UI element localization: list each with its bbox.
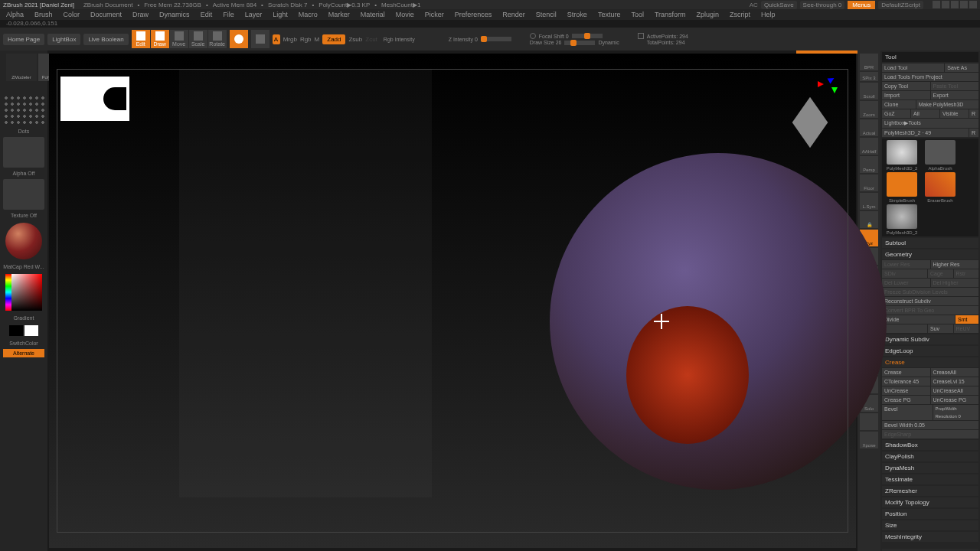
menu-alpha[interactable]: Alpha <box>6 11 24 18</box>
bevel-button[interactable]: Bevel <box>882 405 933 420</box>
menu-picker[interactable]: Picker <box>425 11 444 18</box>
export-button[interactable]: Export <box>931 91 979 99</box>
uncrease-button[interactable]: UnCrease <box>882 386 930 395</box>
dynamesh-section[interactable]: DynaMesh <box>882 463 978 473</box>
dynsubdiv-section[interactable]: Dynamic Subdiv <box>882 334 978 344</box>
menu-file[interactable]: File <box>223 11 234 18</box>
menu-light[interactable]: Light <box>273 11 288 18</box>
menu-brush[interactable]: Brush <box>34 11 53 18</box>
tessimate-section[interactable]: Tessimate <box>882 474 978 484</box>
edit-mode-button[interactable]: Edit <box>132 30 150 48</box>
menu-zplugin[interactable]: Zplugin <box>697 11 720 18</box>
quicksave-button[interactable]: QuickSave <box>761 1 797 9</box>
gizmo-button[interactable] <box>230 30 248 48</box>
menu-preferences[interactable]: Preferences <box>455 11 492 18</box>
crease-section[interactable]: Crease <box>882 357 978 367</box>
zadd-button[interactable]: Zadd <box>322 34 345 44</box>
menu-help[interactable]: Help <box>761 11 776 18</box>
convert-bpr-button[interactable]: Convert BPR To Geo <box>882 306 978 315</box>
reconstruct-button[interactable]: Reconstruct Subdiv <box>882 297 978 305</box>
spotlight-thumb[interactable] <box>60 77 129 121</box>
m-button[interactable]: M <box>315 36 320 43</box>
window-controls[interactable] <box>933 1 977 8</box>
ctolerance-slider[interactable]: CTolerance 45 <box>882 377 930 386</box>
goz-button[interactable]: GoZ <box>882 109 910 118</box>
current-tool[interactable]: PolyMesh3D_2 · 49 <box>882 129 969 137</box>
lightbox-tools-button[interactable]: Lightbox▶Tools <box>882 119 978 128</box>
menu-stroke[interactable]: Stroke <box>567 11 587 18</box>
paste-tool-button[interactable]: Paste Tool <box>931 82 979 90</box>
aahalf-button[interactable]: AAHalf <box>860 138 878 155</box>
menu-material[interactable]: Material <box>361 11 385 18</box>
focal-shift-slider[interactable]: Focal Shift 0 <box>539 34 569 39</box>
load-tool-button[interactable]: Load Tool <box>882 64 944 72</box>
bpr-button[interactable]: BPR <box>860 54 878 70</box>
sculptris-button[interactable] <box>251 30 270 48</box>
blank-button[interactable] <box>860 413 878 430</box>
menu-marker[interactable]: Marker <box>328 11 350 18</box>
crease-all-button[interactable]: CreaseAll <box>931 368 979 377</box>
spix-button[interactable]: SPix 3 <box>860 72 878 81</box>
color-swatch-white[interactable] <box>24 325 38 336</box>
menu-macro[interactable]: Macro <box>299 11 318 18</box>
liveboolean-button[interactable]: Live Boolean <box>83 34 128 45</box>
floor-button[interactable]: Floor <box>860 174 878 191</box>
menu-document[interactable]: Document <box>90 11 122 18</box>
meshint-section[interactable]: MeshIntegrity <box>882 532 978 542</box>
menu-color[interactable]: Color <box>64 11 80 18</box>
del-lower-button[interactable]: Del Lower <box>882 279 930 287</box>
z-intensity-slider[interactable]: Z Intensity 0 <box>449 37 478 42</box>
modtopo-section[interactable]: Modify Topology <box>882 497 978 507</box>
lock-button[interactable]: 🔒 <box>860 211 878 228</box>
higher-res-button[interactable]: Higher Res <box>931 260 979 269</box>
material-thumb[interactable] <box>5 223 42 259</box>
seethrough-slider[interactable]: See-through 0 <box>800 1 845 9</box>
stroke-thumb[interactable] <box>3 95 44 126</box>
load-project-button[interactable]: Load Tools From Project <box>882 73 978 81</box>
menu-draw[interactable]: Draw <box>132 11 149 18</box>
rgb-button[interactable]: Rgb <box>300 36 312 43</box>
crease-pg-button[interactable]: Crease PG <box>882 396 930 404</box>
lsym-button[interactable]: L.Sym <box>860 193 878 210</box>
axis-gizmo[interactable] <box>818 77 848 107</box>
shadowbox-section[interactable]: ShadowBox <box>882 440 978 450</box>
clone-button[interactable]: Clone <box>882 100 916 109</box>
del-higher-button[interactable]: Del Higher <box>931 279 979 287</box>
smt-button[interactable]: Smt <box>956 315 978 324</box>
zremesher-section[interactable]: ZRemesher <box>882 486 978 496</box>
all-button[interactable]: All <box>911 109 939 118</box>
visible-button[interactable]: Visible <box>940 109 969 118</box>
edgeloop-section[interactable]: EdgeLoop <box>882 346 978 356</box>
menu-dynamics[interactable]: Dynamics <box>159 11 190 18</box>
menu-zscript[interactable]: Zscript <box>730 11 750 18</box>
home-button[interactable]: Home Page <box>3 34 44 45</box>
claypolish-section[interactable]: ClayPolish <box>882 452 978 461</box>
bevel-width-slider[interactable]: Bevel Width 0.05 <box>882 421 978 429</box>
menus-button[interactable]: Menus <box>848 1 875 9</box>
zsub-button[interactable]: Zsub <box>348 36 362 43</box>
default-script[interactable]: DefaultZScript <box>878 1 923 9</box>
alternate-button[interactable]: Alternate <box>3 349 44 357</box>
persp-button[interactable]: Persp <box>860 156 878 173</box>
copy-tool-button[interactable]: Copy Tool <box>882 82 930 90</box>
zmodeler-thumb[interactable]: ZModeler <box>6 54 37 81</box>
creaselvl-slider[interactable]: CreaseLvl 15 <box>931 377 979 386</box>
menu-movie[interactable]: Movie <box>396 11 414 18</box>
suv-button[interactable]: Suv <box>928 324 953 333</box>
uncrease-pg-button[interactable]: UnCrease PG <box>931 396 979 404</box>
geometry-section[interactable]: Geometry <box>882 249 978 259</box>
lower-res-button[interactable]: Lower Res <box>882 260 930 269</box>
scroll-button[interactable]: Scroll <box>860 83 878 99</box>
save-as-button[interactable]: Save As <box>945 64 978 72</box>
subtool-section[interactable]: Subtool <box>882 238 978 248</box>
menu-render[interactable]: Render <box>502 11 525 18</box>
xpose-button[interactable]: Xpose <box>860 432 878 448</box>
color-picker[interactable] <box>5 274 42 311</box>
menu-stencil[interactable]: Stencil <box>536 11 557 18</box>
import-button[interactable]: Import <box>882 91 930 99</box>
size-section[interactable]: Size <box>882 520 978 530</box>
zcut-button[interactable]: Zcut <box>365 36 377 43</box>
draw-size-slider[interactable]: Draw Size 26 <box>530 40 562 45</box>
lightbox-button[interactable]: LightBox <box>47 34 80 45</box>
draw-mode-button[interactable]: Draw <box>151 30 169 48</box>
